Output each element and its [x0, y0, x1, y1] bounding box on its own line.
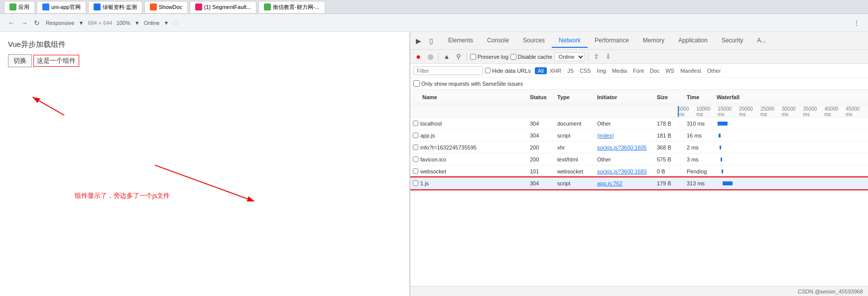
tab-uni[interactable]: uni-app官网 — [37, 1, 86, 13]
tab-label-st: (1) SegmentFault... — [204, 4, 251, 10]
tab-network[interactable]: Network — [552, 34, 588, 48]
wf-bar — [719, 134, 721, 138]
stop-record-button[interactable]: ◎ — [425, 52, 435, 62]
switch-button[interactable]: 切换 — [8, 54, 32, 67]
wf-bar — [722, 169, 723, 173]
row-initiator[interactable]: sockjs.js?3600:1683 — [597, 168, 657, 174]
device-dropdown-icon[interactable]: ▼ — [78, 20, 84, 26]
row-initiator[interactable]: app.js:762 — [597, 180, 657, 186]
tick-15000: 15000 ms — [718, 106, 739, 117]
main-layout: Vue异步加载组件 切换 这是一个组件 组件显示了，旁边多了一个js文件 — [0, 32, 868, 296]
zoom-dropdown-icon[interactable]: ▼ — [134, 20, 140, 26]
col-initiator: Initiator — [597, 94, 657, 100]
annotation-arrow — [10, 77, 259, 226]
row-checkbox[interactable] — [413, 180, 418, 186]
tab-performance[interactable]: Performance — [588, 34, 636, 48]
table-row[interactable]: favicon.ico 200 text/html Other 575 B 3 … — [410, 153, 868, 165]
row-time: 310 ms — [687, 121, 717, 127]
row-initiator[interactable]: (index) — [597, 133, 657, 139]
row-checkbox-area — [410, 145, 420, 150]
page-title: Vue异步加载组件 — [8, 40, 401, 49]
type-all[interactable]: All — [535, 67, 547, 74]
reload-button[interactable]: ↻ — [32, 18, 42, 28]
row-time: 3 ms — [687, 156, 717, 162]
inspect-icon[interactable]: ▶ — [412, 35, 424, 47]
tab-sources[interactable]: Sources — [516, 34, 552, 48]
preserve-log-label: Preserve log — [470, 54, 508, 60]
network-toolbar: ● ◎ ▲ ⚲ Preserve log Disable cache Onlin… — [410, 50, 868, 64]
svg-line-1 — [32, 97, 64, 115]
filter-icon[interactable]: ▲ — [442, 52, 452, 62]
table-row[interactable]: localhost 304 document Other 178 B 310 m… — [410, 118, 868, 130]
tab-show[interactable]: ShowDoc — [144, 1, 188, 13]
browser-tab-bar: 应用 uni-app官网 绿银资料·监测 ShowDoc (1) Segment… — [0, 0, 868, 14]
row-waterfall — [717, 153, 868, 165]
row-checkbox[interactable] — [413, 145, 418, 150]
page-preview: Vue异步加载组件 切换 这是一个组件 组件显示了，旁边多了一个js文件 — [0, 32, 410, 296]
preserve-log-checkbox[interactable] — [470, 54, 476, 60]
toolbar-right: ⋮ — [851, 18, 862, 28]
table-row[interactable]: info?t=1632245735595 200 xhr sockjs.js?3… — [410, 142, 868, 153]
tab-st[interactable]: (1) SegmentFault... — [190, 1, 256, 13]
type-doc[interactable]: Doc — [647, 67, 663, 74]
row-status: 101 — [530, 168, 557, 174]
upload-icon[interactable]: ⇧ — [592, 52, 602, 62]
tick-20000: 20000 ms — [739, 106, 760, 117]
type-manifest[interactable]: Manifest — [677, 67, 704, 74]
back-button[interactable]: ← — [6, 18, 17, 28]
table-row[interactable]: websocket 101 websocket sockjs.js?3600:1… — [410, 165, 868, 177]
table-row[interactable]: 1.js 304 script app.js:762 179 B 313 ms — [410, 177, 868, 189]
tab-apps[interactable]: 应用 — [4, 1, 35, 13]
type-css[interactable]: CSS — [577, 67, 594, 74]
search-icon[interactable]: ⚲ — [454, 52, 464, 62]
type-other[interactable]: Other — [704, 67, 724, 74]
wf-bar — [723, 181, 733, 185]
table-row[interactable]: app.js 304 script (index) 181 B 16 ms — [410, 130, 868, 142]
tab-lu[interactable]: 绿银资料·监测 — [88, 1, 142, 13]
type-img[interactable]: Img — [594, 67, 609, 74]
row-type: websocket — [557, 168, 597, 174]
samesite-checkbox[interactable] — [413, 80, 420, 87]
filter-input[interactable] — [413, 66, 483, 75]
tab-application[interactable]: Application — [671, 34, 715, 48]
row-checkbox[interactable] — [413, 133, 418, 138]
tab-heng[interactable]: 衡信教育-财力网-... — [258, 1, 325, 13]
samesite-bar: Only show requests with SameSite issues — [410, 78, 868, 90]
tab-security[interactable]: Security — [715, 34, 750, 48]
tab-elements[interactable]: Elements — [441, 34, 480, 48]
toolbar-sep-3 — [588, 53, 589, 61]
row-name: info?t=1632245735595 — [420, 145, 530, 150]
row-time: 2 ms — [687, 145, 717, 150]
devtools-more-button[interactable]: ⋮ — [851, 18, 862, 28]
arrow-area: 组件显示了，旁边多了一个js文件 — [10, 77, 259, 226]
tab-more[interactable]: A... — [750, 34, 773, 48]
device-icon[interactable]: ▯ — [425, 35, 437, 47]
row-waterfall — [717, 165, 868, 177]
row-checkbox[interactable] — [413, 156, 418, 162]
address-bar: ← → ↻ Responsive ▼ 694 × 644 100% ▼ Onli… — [0, 14, 868, 32]
tab-memory[interactable]: Memory — [636, 34, 671, 48]
col-size: Size — [657, 94, 687, 100]
connection-dropdown-icon[interactable]: ▼ — [163, 20, 169, 26]
type-xhr[interactable]: XHR — [547, 67, 564, 74]
row-checkbox[interactable] — [413, 121, 418, 126]
type-font[interactable]: Font — [630, 67, 647, 74]
toolbar-sep-2 — [467, 53, 467, 61]
forward-button[interactable]: → — [19, 18, 30, 28]
tick-5000: 5000 ms — [678, 106, 696, 117]
record-button[interactable]: ● — [413, 52, 423, 62]
connection-label: Online — [144, 20, 160, 26]
disable-cache-checkbox[interactable] — [510, 54, 516, 60]
download-icon[interactable]: ⇩ — [604, 52, 614, 62]
type-js[interactable]: JS — [564, 67, 577, 74]
hide-data-urls-checkbox[interactable] — [485, 68, 491, 73]
row-initiator[interactable]: sockjs.js?3600:1605 — [597, 145, 657, 150]
throttle-select[interactable]: Online — [554, 52, 585, 61]
devtools-icons: ▶ ▯ — [412, 35, 437, 47]
disable-cache-label: Disable cache — [510, 54, 552, 60]
type-ws[interactable]: WS — [662, 67, 677, 74]
row-status: 304 — [530, 180, 557, 186]
type-media[interactable]: Media — [609, 67, 630, 74]
tab-console[interactable]: Console — [480, 34, 516, 48]
row-checkbox[interactable] — [413, 168, 418, 174]
